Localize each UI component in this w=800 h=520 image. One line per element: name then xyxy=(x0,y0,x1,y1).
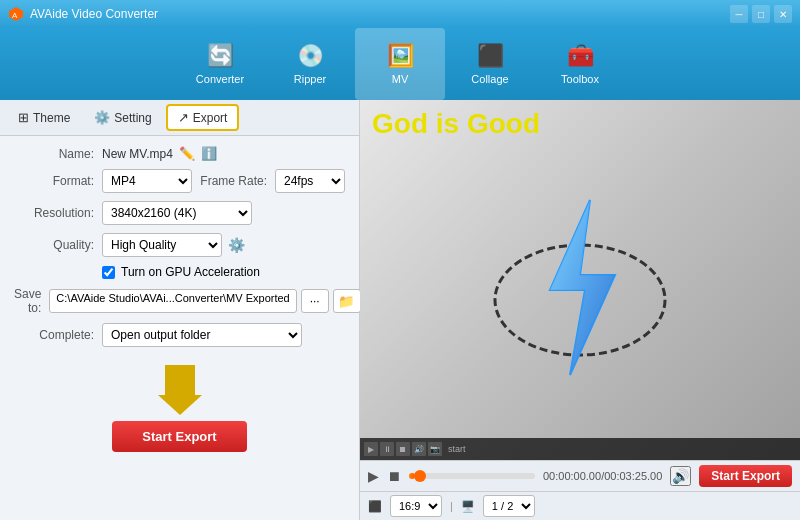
arrow-head xyxy=(158,395,202,415)
name-value-container: New MV.mp4 ✏️ ℹ️ xyxy=(102,146,345,161)
export-section: Start Export xyxy=(0,365,359,452)
picon-2: ⏸ xyxy=(380,442,394,456)
play-button[interactable]: ▶ xyxy=(368,468,379,484)
nav-collage-label: Collage xyxy=(471,73,508,85)
name-row: Name: New MV.mp4 ✏️ ℹ️ xyxy=(14,146,345,161)
gpu-checkbox[interactable] xyxy=(102,266,115,279)
svg-text:A: A xyxy=(12,11,18,20)
window-controls: ─ □ ✕ xyxy=(730,5,792,23)
nav-toolbox-label: Toolbox xyxy=(561,73,599,85)
main-content: ⊞ Theme ⚙️ Setting ↗ Export Name: New MV… xyxy=(0,100,800,520)
saveto-label: Save to: xyxy=(14,287,41,315)
time-total: 00:03:25.00 xyxy=(604,470,662,482)
app-icon: A xyxy=(8,6,24,22)
resolution-label: Resolution: xyxy=(14,206,94,220)
tab-setting[interactable]: ⚙️ Setting xyxy=(84,106,161,129)
complete-label: Complete: xyxy=(14,328,94,342)
start-export-button[interactable]: Start Export xyxy=(112,421,246,452)
quality-value-container: High Quality ⚙️ xyxy=(102,233,345,257)
arrow-shaft xyxy=(165,365,195,395)
time-display: 00:00:00.00/00:03:25.00 xyxy=(543,470,662,482)
export-tab-icon: ↗ xyxy=(178,110,189,125)
resolution-value-container: 3840x2160 (4K) xyxy=(102,201,345,225)
ripper-icon: 💿 xyxy=(297,43,324,69)
setting-tab-icon: ⚙️ xyxy=(94,110,110,125)
stop-button[interactable]: ⏹ xyxy=(387,468,401,484)
close-button[interactable]: ✕ xyxy=(774,5,792,23)
page-select[interactable]: 1 / 2 xyxy=(483,495,535,517)
saveto-row: Save to: C:\AVAide Studio\AVAi...Convert… xyxy=(14,287,345,315)
export-arrow xyxy=(158,365,202,415)
tab-theme-label: Theme xyxy=(33,111,70,125)
nav-toolbox[interactable]: 🧰 Toolbox xyxy=(535,28,625,100)
quality-label: Quality: xyxy=(14,238,94,252)
toolbox-icon: 🧰 xyxy=(567,43,594,69)
saveto-value-container: C:\AVAide Studio\AVAi...Converter\MV Exp… xyxy=(49,289,360,313)
progress-thumb xyxy=(414,470,426,482)
app-title: AVAide Video Converter xyxy=(30,7,730,21)
theme-tab-icon: ⊞ xyxy=(18,110,29,125)
name-label: Name: xyxy=(14,147,94,161)
left-panel: ⊞ Theme ⚙️ Setting ↗ Export Name: New MV… xyxy=(0,100,360,520)
picon-3: ⏹ xyxy=(396,442,410,456)
nav-converter[interactable]: 🔄 Converter xyxy=(175,28,265,100)
name-edit-icon[interactable]: ✏️ xyxy=(179,146,195,161)
resolution-row: Resolution: 3840x2160 (4K) xyxy=(14,201,345,225)
video-preview: God is Good ▶ ⏸ ⏹ 🔊 xyxy=(360,100,800,460)
aspect-ratio-select[interactable]: 16:9 xyxy=(390,495,442,517)
tab-theme[interactable]: ⊞ Theme xyxy=(8,106,80,129)
nav-mv-label: MV xyxy=(392,73,409,85)
picon-1: ▶ xyxy=(364,442,378,456)
quality-gear-icon[interactable]: ⚙️ xyxy=(228,237,245,253)
maximize-button[interactable]: □ xyxy=(752,5,770,23)
name-value: New MV.mp4 xyxy=(102,147,173,161)
complete-select[interactable]: Open output folder xyxy=(102,323,302,347)
monitor-icon: 🖥️ xyxy=(461,500,475,513)
format-select[interactable]: MP4 xyxy=(102,169,192,193)
name-info-icon[interactable]: ℹ️ xyxy=(201,146,217,161)
preview-label: start xyxy=(448,444,466,454)
volume-button[interactable]: 🔊 xyxy=(670,466,691,486)
minimize-button[interactable]: ─ xyxy=(730,5,748,23)
nav-ripper[interactable]: 💿 Ripper xyxy=(265,28,355,100)
converter-icon: 🔄 xyxy=(207,43,234,69)
collage-icon: ⬛ xyxy=(477,43,504,69)
picon-4: 🔊 xyxy=(412,442,426,456)
tabs-bar: ⊞ Theme ⚙️ Setting ↗ Export xyxy=(0,100,359,136)
framerate-select[interactable]: 24fps xyxy=(275,169,345,193)
aspect-controls: ⬛ 16:9 | 🖥️ 1 / 2 xyxy=(360,491,800,520)
nav-ripper-label: Ripper xyxy=(294,73,326,85)
format-label: Format: xyxy=(14,174,94,188)
complete-row: Complete: Open output folder xyxy=(14,323,345,347)
saveto-browse-button[interactable]: ··· xyxy=(301,289,329,313)
tab-export[interactable]: ↗ Export xyxy=(166,104,240,131)
nav-bar: 🔄 Converter 💿 Ripper 🖼️ MV ⬛ Collage 🧰 T… xyxy=(0,28,800,100)
settings-area: Name: New MV.mp4 ✏️ ℹ️ Format: MP4 Frame… xyxy=(0,136,359,357)
quality-row: Quality: High Quality ⚙️ xyxy=(14,233,345,257)
nav-collage[interactable]: ⬛ Collage xyxy=(445,28,535,100)
preview-bottom-bar: ▶ ⏸ ⏹ 🔊 📷 start xyxy=(360,438,800,460)
format-framerate-row: Format: MP4 Frame Rate: 24fps xyxy=(14,169,345,193)
progress-bar[interactable] xyxy=(409,473,535,479)
title-bar: A AVAide Video Converter ─ □ ✕ xyxy=(0,0,800,28)
lightning-svg xyxy=(490,190,670,390)
nav-converter-label: Converter xyxy=(196,73,244,85)
saveto-path: C:\AVAide Studio\AVAi...Converter\MV Exp… xyxy=(49,289,296,313)
tab-export-label: Export xyxy=(193,111,228,125)
resolution-select[interactable]: 3840x2160 (4K) xyxy=(102,201,252,225)
preview-title: God is Good xyxy=(372,108,540,140)
mv-icon: 🖼️ xyxy=(387,43,414,69)
right-panel: God is Good ▶ ⏸ ⏹ 🔊 xyxy=(360,100,800,520)
quality-select[interactable]: High Quality xyxy=(102,233,222,257)
aspect-divider: | xyxy=(450,500,453,512)
preview-icon-row: ▶ ⏸ ⏹ 🔊 📷 xyxy=(364,442,442,456)
time-current: 00:00:00.00 xyxy=(543,470,601,482)
start-export-right-button[interactable]: Start Export xyxy=(699,465,792,487)
framerate-label: Frame Rate: xyxy=(200,174,267,188)
tab-setting-label: Setting xyxy=(114,111,151,125)
gpu-label: Turn on GPU Acceleration xyxy=(121,265,260,279)
aspect-icon: ⬛ xyxy=(368,500,382,513)
saveto-folder-button[interactable]: 📁 xyxy=(333,289,361,313)
picon-5: 📷 xyxy=(428,442,442,456)
nav-mv[interactable]: 🖼️ MV xyxy=(355,28,445,100)
